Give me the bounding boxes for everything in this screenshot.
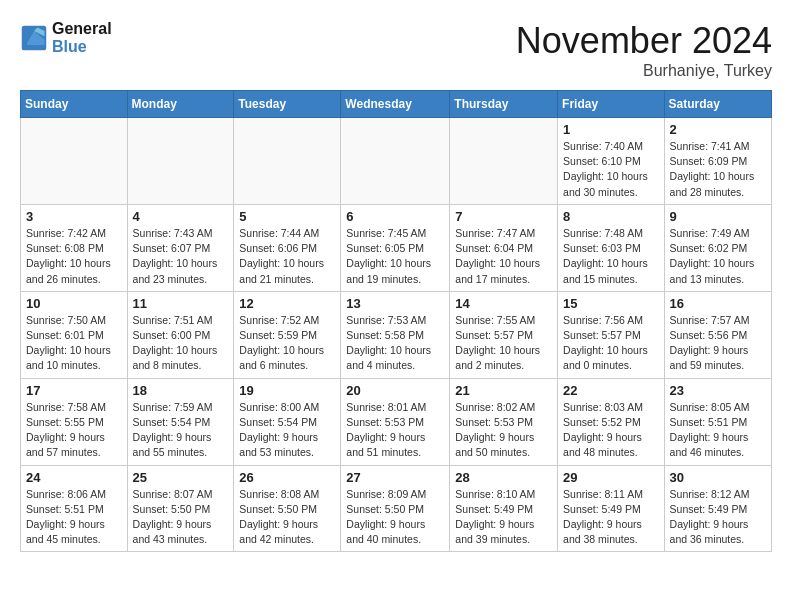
- day-number: 30: [670, 470, 766, 485]
- weekday-saturday: Saturday: [664, 91, 771, 118]
- calendar-cell: 22Sunrise: 8:03 AM Sunset: 5:52 PM Dayli…: [558, 378, 665, 465]
- weekday-thursday: Thursday: [450, 91, 558, 118]
- day-number: 26: [239, 470, 335, 485]
- day-number: 15: [563, 296, 659, 311]
- day-number: 3: [26, 209, 122, 224]
- day-number: 8: [563, 209, 659, 224]
- calendar-cell: [21, 118, 128, 205]
- day-number: 19: [239, 383, 335, 398]
- day-info: Sunrise: 7:48 AM Sunset: 6:03 PM Dayligh…: [563, 226, 659, 287]
- week-row-1: 1Sunrise: 7:40 AM Sunset: 6:10 PM Daylig…: [21, 118, 772, 205]
- day-number: 7: [455, 209, 552, 224]
- weekday-wednesday: Wednesday: [341, 91, 450, 118]
- month-title: November 2024: [516, 20, 772, 62]
- day-number: 17: [26, 383, 122, 398]
- calendar-cell: 23Sunrise: 8:05 AM Sunset: 5:51 PM Dayli…: [664, 378, 771, 465]
- calendar-cell: 24Sunrise: 8:06 AM Sunset: 5:51 PM Dayli…: [21, 465, 128, 552]
- calendar-cell: 16Sunrise: 7:57 AM Sunset: 5:56 PM Dayli…: [664, 291, 771, 378]
- calendar-table: SundayMondayTuesdayWednesdayThursdayFrid…: [20, 90, 772, 552]
- week-row-3: 10Sunrise: 7:50 AM Sunset: 6:01 PM Dayli…: [21, 291, 772, 378]
- calendar-cell: 7Sunrise: 7:47 AM Sunset: 6:04 PM Daylig…: [450, 204, 558, 291]
- day-number: 22: [563, 383, 659, 398]
- calendar-cell: [450, 118, 558, 205]
- calendar-cell: 8Sunrise: 7:48 AM Sunset: 6:03 PM Daylig…: [558, 204, 665, 291]
- calendar-cell: 12Sunrise: 7:52 AM Sunset: 5:59 PM Dayli…: [234, 291, 341, 378]
- day-info: Sunrise: 7:50 AM Sunset: 6:01 PM Dayligh…: [26, 313, 122, 374]
- day-info: Sunrise: 8:06 AM Sunset: 5:51 PM Dayligh…: [26, 487, 122, 548]
- calendar-cell: 21Sunrise: 8:02 AM Sunset: 5:53 PM Dayli…: [450, 378, 558, 465]
- calendar-cell: 3Sunrise: 7:42 AM Sunset: 6:08 PM Daylig…: [21, 204, 128, 291]
- day-info: Sunrise: 8:10 AM Sunset: 5:49 PM Dayligh…: [455, 487, 552, 548]
- calendar-cell: 6Sunrise: 7:45 AM Sunset: 6:05 PM Daylig…: [341, 204, 450, 291]
- day-info: Sunrise: 7:45 AM Sunset: 6:05 PM Dayligh…: [346, 226, 444, 287]
- calendar-cell: 14Sunrise: 7:55 AM Sunset: 5:57 PM Dayli…: [450, 291, 558, 378]
- calendar-cell: 15Sunrise: 7:56 AM Sunset: 5:57 PM Dayli…: [558, 291, 665, 378]
- weekday-tuesday: Tuesday: [234, 91, 341, 118]
- day-number: 2: [670, 122, 766, 137]
- page-header: General Blue November 2024 Burhaniye, Tu…: [20, 20, 772, 80]
- week-row-5: 24Sunrise: 8:06 AM Sunset: 5:51 PM Dayli…: [21, 465, 772, 552]
- calendar-cell: 28Sunrise: 8:10 AM Sunset: 5:49 PM Dayli…: [450, 465, 558, 552]
- day-info: Sunrise: 7:53 AM Sunset: 5:58 PM Dayligh…: [346, 313, 444, 374]
- day-info: Sunrise: 8:12 AM Sunset: 5:49 PM Dayligh…: [670, 487, 766, 548]
- day-info: Sunrise: 8:02 AM Sunset: 5:53 PM Dayligh…: [455, 400, 552, 461]
- weekday-monday: Monday: [127, 91, 234, 118]
- logo-icon: [20, 24, 48, 52]
- calendar-cell: 2Sunrise: 7:41 AM Sunset: 6:09 PM Daylig…: [664, 118, 771, 205]
- day-number: 29: [563, 470, 659, 485]
- day-info: Sunrise: 8:05 AM Sunset: 5:51 PM Dayligh…: [670, 400, 766, 461]
- day-number: 6: [346, 209, 444, 224]
- day-info: Sunrise: 7:40 AM Sunset: 6:10 PM Dayligh…: [563, 139, 659, 200]
- calendar-cell: 30Sunrise: 8:12 AM Sunset: 5:49 PM Dayli…: [664, 465, 771, 552]
- calendar-cell: 17Sunrise: 7:58 AM Sunset: 5:55 PM Dayli…: [21, 378, 128, 465]
- day-info: Sunrise: 8:03 AM Sunset: 5:52 PM Dayligh…: [563, 400, 659, 461]
- day-info: Sunrise: 7:47 AM Sunset: 6:04 PM Dayligh…: [455, 226, 552, 287]
- day-number: 20: [346, 383, 444, 398]
- week-row-4: 17Sunrise: 7:58 AM Sunset: 5:55 PM Dayli…: [21, 378, 772, 465]
- calendar-cell: [127, 118, 234, 205]
- weekday-friday: Friday: [558, 91, 665, 118]
- day-info: Sunrise: 7:58 AM Sunset: 5:55 PM Dayligh…: [26, 400, 122, 461]
- calendar-cell: 11Sunrise: 7:51 AM Sunset: 6:00 PM Dayli…: [127, 291, 234, 378]
- calendar-cell: 29Sunrise: 8:11 AM Sunset: 5:49 PM Dayli…: [558, 465, 665, 552]
- calendar-cell: 5Sunrise: 7:44 AM Sunset: 6:06 PM Daylig…: [234, 204, 341, 291]
- calendar-cell: 10Sunrise: 7:50 AM Sunset: 6:01 PM Dayli…: [21, 291, 128, 378]
- day-info: Sunrise: 8:09 AM Sunset: 5:50 PM Dayligh…: [346, 487, 444, 548]
- day-info: Sunrise: 7:44 AM Sunset: 6:06 PM Dayligh…: [239, 226, 335, 287]
- calendar-cell: 20Sunrise: 8:01 AM Sunset: 5:53 PM Dayli…: [341, 378, 450, 465]
- calendar-cell: 13Sunrise: 7:53 AM Sunset: 5:58 PM Dayli…: [341, 291, 450, 378]
- day-number: 13: [346, 296, 444, 311]
- calendar-cell: 18Sunrise: 7:59 AM Sunset: 5:54 PM Dayli…: [127, 378, 234, 465]
- day-number: 23: [670, 383, 766, 398]
- day-info: Sunrise: 7:41 AM Sunset: 6:09 PM Dayligh…: [670, 139, 766, 200]
- day-info: Sunrise: 8:08 AM Sunset: 5:50 PM Dayligh…: [239, 487, 335, 548]
- weekday-header-row: SundayMondayTuesdayWednesdayThursdayFrid…: [21, 91, 772, 118]
- day-info: Sunrise: 7:57 AM Sunset: 5:56 PM Dayligh…: [670, 313, 766, 374]
- day-info: Sunrise: 7:52 AM Sunset: 5:59 PM Dayligh…: [239, 313, 335, 374]
- day-number: 27: [346, 470, 444, 485]
- day-number: 10: [26, 296, 122, 311]
- day-number: 5: [239, 209, 335, 224]
- day-info: Sunrise: 8:00 AM Sunset: 5:54 PM Dayligh…: [239, 400, 335, 461]
- calendar-cell: 26Sunrise: 8:08 AM Sunset: 5:50 PM Dayli…: [234, 465, 341, 552]
- calendar-cell: 25Sunrise: 8:07 AM Sunset: 5:50 PM Dayli…: [127, 465, 234, 552]
- day-info: Sunrise: 7:49 AM Sunset: 6:02 PM Dayligh…: [670, 226, 766, 287]
- day-number: 11: [133, 296, 229, 311]
- day-info: Sunrise: 7:51 AM Sunset: 6:00 PM Dayligh…: [133, 313, 229, 374]
- day-info: Sunrise: 8:11 AM Sunset: 5:49 PM Dayligh…: [563, 487, 659, 548]
- day-number: 14: [455, 296, 552, 311]
- day-number: 1: [563, 122, 659, 137]
- calendar-cell: 19Sunrise: 8:00 AM Sunset: 5:54 PM Dayli…: [234, 378, 341, 465]
- calendar-cell: 1Sunrise: 7:40 AM Sunset: 6:10 PM Daylig…: [558, 118, 665, 205]
- day-info: Sunrise: 7:56 AM Sunset: 5:57 PM Dayligh…: [563, 313, 659, 374]
- day-number: 24: [26, 470, 122, 485]
- day-info: Sunrise: 8:07 AM Sunset: 5:50 PM Dayligh…: [133, 487, 229, 548]
- day-info: Sunrise: 7:42 AM Sunset: 6:08 PM Dayligh…: [26, 226, 122, 287]
- weekday-sunday: Sunday: [21, 91, 128, 118]
- calendar-cell: 27Sunrise: 8:09 AM Sunset: 5:50 PM Dayli…: [341, 465, 450, 552]
- day-number: 9: [670, 209, 766, 224]
- day-info: Sunrise: 8:01 AM Sunset: 5:53 PM Dayligh…: [346, 400, 444, 461]
- title-block: November 2024 Burhaniye, Turkey: [516, 20, 772, 80]
- calendar-body: 1Sunrise: 7:40 AM Sunset: 6:10 PM Daylig…: [21, 118, 772, 552]
- day-number: 16: [670, 296, 766, 311]
